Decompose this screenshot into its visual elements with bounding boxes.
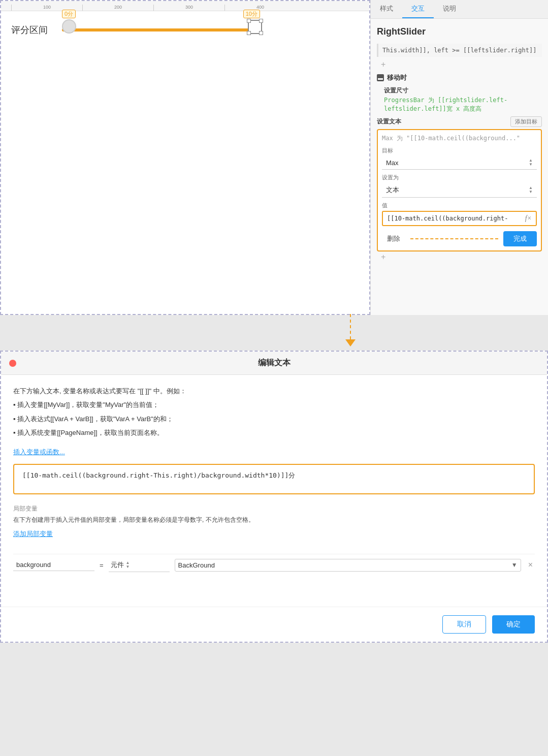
- form-actions: 删除 完成: [382, 231, 537, 246]
- set-to-label: 设置为: [382, 174, 537, 181]
- slider-widget: 评分区间 0分 10分: [11, 24, 255, 36]
- target-select[interactable]: Max ▲▼: [382, 156, 537, 170]
- var-value-text: BackGround: [178, 561, 215, 569]
- var-type-value: 元件: [111, 560, 124, 570]
- slider-track-fill: [62, 28, 255, 32]
- target-select-value: Max: [386, 159, 399, 167]
- ruler-mark-400: 400: [224, 5, 296, 11]
- move-section-label: 移动时: [387, 73, 407, 82]
- target-label: 目标: [382, 147, 537, 154]
- instruction-line-4: ▪ 插入系统变量[[PageName]]，获取当前页面名称。: [13, 427, 535, 438]
- tab-style[interactable]: 样式: [371, 0, 402, 18]
- progress-bar-code: ProgressBar 为 [[rightslider.left-leftsli…: [384, 96, 542, 113]
- panel-content: RightSlider This.width]], left >= [[left…: [371, 19, 548, 315]
- set-size-label: 设置尺寸: [384, 86, 542, 95]
- dialog-footer: 取消 确定: [1, 607, 547, 642]
- add-target-btn[interactable]: 添加目标: [510, 116, 542, 127]
- tab-note[interactable]: 说明: [434, 0, 465, 18]
- collapse-icon[interactable]: ▬: [377, 74, 384, 81]
- var-name-input[interactable]: [13, 559, 94, 571]
- set-text-label: 设置文本: [377, 117, 401, 126]
- ruler-mark-200: 200: [82, 5, 153, 11]
- dialog-header: 编辑文本: [1, 352, 547, 375]
- instruction-line-1: 在下方输入文本, 变量名称或表达式要写在 "[[ ]]" 中。例如：: [13, 385, 535, 397]
- set-text-header: 设置文本 添加目标: [377, 116, 542, 127]
- value-field[interactable]: [[10-math.ceil((background.right- f×: [382, 211, 537, 226]
- var-value-dropdown-arrow: ▼: [511, 561, 518, 569]
- text-input-box[interactable]: [[10-math.ceil((background.right-This.ri…: [13, 464, 535, 494]
- done-btn[interactable]: 完成: [503, 231, 537, 246]
- dialog-instructions: 在下方输入文本, 变量名称或表达式要写在 "[[ ]]" 中。例如： ▪ 插入变…: [13, 385, 535, 439]
- slider-thumb-right[interactable]: [248, 20, 262, 34]
- dashed-arrow: [345, 314, 356, 346]
- fx-icon[interactable]: f×: [525, 214, 532, 223]
- value-content: [[10-math.ceil((background.right-: [387, 215, 508, 222]
- slider-thumb-left[interactable]: [62, 19, 76, 34]
- target-select-arrow: ▲▼: [529, 159, 533, 167]
- panel-code-line: This.width]], left >= [[leftslider.right…: [377, 44, 542, 57]
- arrow-head: [345, 339, 356, 346]
- move-section-header: ▬ 移动时: [377, 70, 542, 84]
- dashed-divider: [410, 238, 498, 239]
- left-tick-label: 0分: [62, 10, 76, 18]
- instruction-line-3: ▪ 插入表达式[[VarA + VarB]]，获取"VarA + VarB"的和…: [13, 413, 535, 425]
- ruler-mark-300: 300: [153, 5, 224, 11]
- var-remove-btn[interactable]: ×: [526, 560, 535, 570]
- instruction-line-2: ▪ 插入变量[[MyVar]]，获取变量"MyVar"的当前值；: [13, 399, 535, 411]
- equals-sign: =: [100, 561, 104, 569]
- right-tick-label: 10分: [243, 10, 260, 18]
- dialog-title: 编辑文本: [258, 358, 291, 368]
- var-value-select[interactable]: BackGround ▼: [175, 559, 521, 572]
- insert-var-link[interactable]: 插入变量或函数...: [13, 448, 65, 457]
- panel-tabs: 样式 交互 说明: [371, 0, 548, 19]
- panel-title: RightSlider: [377, 24, 542, 40]
- dialog-spacer: [13, 576, 535, 596]
- slider-label: 评分区间: [11, 24, 52, 36]
- set-to-select[interactable]: 文本 ▲▼: [382, 183, 537, 198]
- value-row: 值 [[10-math.ceil((background.right- f×: [382, 202, 537, 226]
- target-row: 目标 Max ▲▼: [382, 147, 537, 170]
- ruler: 100 200 300 400: [1, 1, 369, 11]
- dialog-body: 在下方输入文本, 变量名称或表达式要写在 "[[ ]]" 中。例如： ▪ 插入变…: [1, 375, 547, 607]
- set-to-row: 设置为 文本 ▲▼: [382, 174, 537, 198]
- form-header: Max 为 "[[10-math.ceil((background...": [382, 134, 537, 143]
- arrow-line: [350, 314, 351, 339]
- arrow-container: [0, 310, 548, 351]
- set-to-select-value: 文本: [386, 185, 399, 195]
- tab-interact[interactable]: 交互: [402, 0, 434, 18]
- value-label: 值: [382, 202, 537, 209]
- var-type-select[interactable]: 元件 ▲▼: [109, 558, 170, 572]
- local-vars-label: 局部变量: [13, 505, 535, 513]
- cancel-button[interactable]: 取消: [442, 615, 486, 634]
- delete-btn[interactable]: 删除: [382, 232, 405, 246]
- right-panel: 样式 交互 说明 RightSlider This.width]], left …: [370, 0, 548, 315]
- add-local-var-link[interactable]: 添加局部变量: [13, 529, 53, 539]
- local-vars-desc: 在下方创建用于插入元件值的局部变量，局部变量名称必须是字母数字, 不允许包含空格…: [13, 515, 535, 525]
- local-vars-section: 局部变量 在下方创建用于插入元件值的局部变量，局部变量名称必须是字母数字, 不允…: [13, 505, 535, 546]
- set-to-select-arrow: ▲▼: [529, 186, 533, 194]
- var-row: = 元件 ▲▼ BackGround ▼ ×: [13, 554, 535, 576]
- var-type-arrow: ▲▼: [126, 561, 130, 569]
- orange-form: Max 为 "[[10-math.ceil((background..." 目标…: [377, 129, 542, 251]
- panel-add-btn-top[interactable]: +: [377, 59, 542, 70]
- edit-text-dialog: 编辑文本 在下方输入文本, 变量名称或表达式要写在 "[[ ]]" 中。例如： …: [0, 351, 548, 643]
- set-size-subsection: 设置尺寸 ProgressBar 为 [[rightslider.left-le…: [377, 86, 542, 113]
- close-dot[interactable]: [9, 360, 16, 367]
- confirm-button[interactable]: 确定: [492, 615, 535, 634]
- slider-track[interactable]: 0分 10分: [62, 25, 255, 35]
- canvas-area: 100 200 300 400 评分区间 0分 10分: [0, 0, 370, 315]
- panel-add-btn-bottom[interactable]: +: [377, 251, 542, 263]
